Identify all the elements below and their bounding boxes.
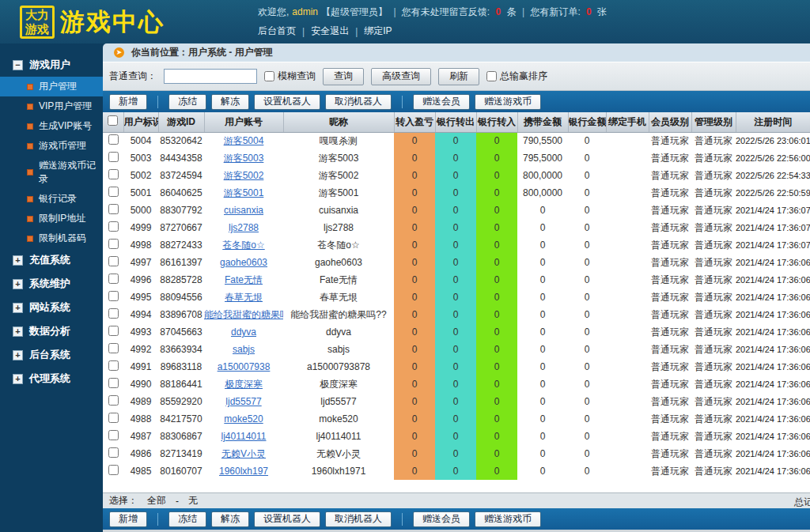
user-account-link[interactable]: lj40114011 bbox=[221, 431, 267, 442]
sidebar-section[interactable]: +代理系统 bbox=[0, 367, 103, 391]
plus-icon[interactable]: + bbox=[13, 326, 23, 337]
row-checkbox[interactable] bbox=[108, 256, 119, 266]
row-checkbox[interactable] bbox=[108, 134, 119, 145]
sidebar-section[interactable]: +数据分析 bbox=[0, 319, 103, 343]
user-account-link[interactable]: 游客5003 bbox=[224, 153, 264, 164]
select-none-link[interactable]: 无 bbox=[188, 494, 198, 507]
table-row: 499088186441极度深寒极度深寒00000普通玩家普通玩家2021/4/… bbox=[103, 375, 810, 393]
row-checkbox[interactable] bbox=[108, 447, 119, 458]
query-button[interactable]: 查询 bbox=[323, 68, 364, 85]
fuzzy-checkbox[interactable] bbox=[264, 71, 274, 81]
sidebar-item[interactable]: 用户管理 bbox=[0, 77, 103, 96]
sidebar-item[interactable]: 限制机器码 bbox=[0, 228, 103, 248]
user-account-link[interactable]: a150007938 bbox=[218, 361, 271, 372]
logo-icon: 大力 游戏 bbox=[20, 6, 55, 39]
row-checkbox[interactable] bbox=[108, 204, 119, 214]
user-account-link[interactable]: sabjs bbox=[233, 344, 255, 355]
plus-icon[interactable]: + bbox=[13, 255, 23, 266]
row-checkbox[interactable] bbox=[108, 221, 119, 232]
user-account-link[interactable]: gaohe0603 bbox=[220, 257, 267, 268]
row-checkbox[interactable] bbox=[108, 465, 119, 475]
user-account-link[interactable]: cuisanxia bbox=[224, 205, 263, 216]
sidebar-section[interactable]: +系统维护 bbox=[0, 272, 103, 296]
sidebar-item[interactable]: 银行记录 bbox=[0, 189, 103, 209]
user-account-link[interactable]: ddyva bbox=[231, 326, 256, 338]
row-checkbox[interactable] bbox=[108, 430, 119, 440]
search-input[interactable] bbox=[164, 69, 257, 84]
plus-icon[interactable]: + bbox=[13, 350, 23, 360]
row-checkbox[interactable] bbox=[108, 378, 119, 388]
sidebar-section[interactable]: +网站系统 bbox=[0, 296, 103, 319]
toolbar-button[interactable]: 赠送会员 bbox=[413, 94, 470, 110]
row-checkbox[interactable] bbox=[108, 152, 119, 162]
row-checkbox-cell bbox=[103, 219, 123, 236]
row-checkbox[interactable] bbox=[108, 187, 119, 197]
row-checkbox-cell bbox=[103, 323, 123, 341]
toolbar-button[interactable]: 设置机器人 bbox=[254, 511, 320, 527]
sidebar-item[interactable]: 生成VIP账号 bbox=[0, 116, 103, 136]
row-checkbox[interactable] bbox=[108, 274, 119, 284]
cell-game-id: 89683118 bbox=[158, 358, 204, 375]
logo-line1: 大力 bbox=[25, 8, 49, 21]
user-account-link[interactable]: 游客5002 bbox=[224, 170, 264, 181]
row-checkbox[interactable] bbox=[108, 169, 119, 179]
cell-account: ljs2788 bbox=[204, 219, 283, 236]
select-all-link[interactable]: 全部 bbox=[147, 494, 166, 507]
toolbar-button[interactable]: 取消机器人 bbox=[325, 511, 392, 527]
toolbar-button[interactable]: 新增 bbox=[109, 511, 147, 527]
cell-bank-in: 0 bbox=[476, 289, 517, 306]
row-checkbox[interactable] bbox=[108, 308, 119, 319]
sidebar-section[interactable]: +充值系统 bbox=[0, 248, 103, 272]
cell-game-id: 83896708 bbox=[158, 306, 204, 323]
user-account-link[interactable]: 极度深寒 bbox=[225, 379, 263, 390]
cell-carry-amount: 0 bbox=[517, 271, 568, 289]
row-checkbox[interactable] bbox=[108, 343, 119, 353]
user-account-link[interactable]: ljd55577 bbox=[225, 396, 261, 407]
top-nav-link[interactable]: 后台首页 bbox=[258, 25, 296, 38]
sidebar-item[interactable]: 赠送游戏币记录 bbox=[0, 156, 103, 189]
user-account-link[interactable]: 无赖V小灵 bbox=[221, 448, 266, 459]
row-checkbox[interactable] bbox=[108, 239, 119, 249]
toolbar-button[interactable]: 新增 bbox=[109, 94, 147, 110]
toolbar-button[interactable]: 冻结 bbox=[168, 511, 206, 527]
toolbar-button[interactable]: 赠送会员 bbox=[413, 511, 470, 527]
sidebar-item[interactable]: 游戏币管理 bbox=[0, 136, 103, 156]
user-account-link[interactable]: 苍冬随o☆ bbox=[222, 240, 264, 251]
user-account-link[interactable]: 游客5004 bbox=[224, 135, 264, 146]
toolbar-button[interactable]: 赠送游戏币 bbox=[475, 94, 541, 110]
user-account-link[interactable]: Fate无情 bbox=[225, 274, 263, 285]
row-checkbox[interactable] bbox=[108, 360, 119, 371]
plus-icon[interactable]: + bbox=[13, 303, 23, 313]
row-checkbox[interactable] bbox=[108, 395, 119, 406]
user-account-link[interactable]: 春草无垠 bbox=[225, 292, 263, 303]
select-all-checkbox[interactable] bbox=[108, 115, 118, 126]
toolbar-button[interactable]: 取消机器人 bbox=[325, 94, 392, 110]
advanced-query-button[interactable]: 高级查询 bbox=[371, 68, 431, 85]
top-nav-link[interactable]: 绑定IP bbox=[364, 25, 392, 38]
row-checkbox[interactable] bbox=[108, 413, 119, 423]
user-account-link[interactable]: 1960lxh197 bbox=[219, 466, 268, 477]
user-account-link[interactable]: ljs2788 bbox=[229, 222, 259, 233]
sidebar-section[interactable]: +后台系统 bbox=[0, 343, 103, 367]
sidebar-item[interactable]: 限制IP地址 bbox=[0, 209, 103, 228]
sort-checkbox[interactable] bbox=[486, 71, 497, 81]
user-account-link[interactable]: 能给我甜蜜的糖果吗? bbox=[204, 309, 283, 320]
cell-transfer-profit: 0 bbox=[394, 375, 435, 393]
minus-icon[interactable]: − bbox=[13, 60, 23, 70]
toolbar-button[interactable]: 解冻 bbox=[211, 511, 249, 527]
top-nav-link[interactable]: 安全退出 bbox=[311, 25, 349, 38]
sidebar-item[interactable]: VIP用户管理 bbox=[0, 96, 103, 116]
refresh-button[interactable]: 刷新 bbox=[438, 68, 479, 85]
plus-icon[interactable]: + bbox=[13, 374, 23, 384]
toolbar-button[interactable]: 冻结 bbox=[168, 94, 206, 110]
user-account-link[interactable]: 游客5001 bbox=[224, 187, 264, 198]
row-checkbox[interactable] bbox=[108, 291, 119, 301]
row-checkbox[interactable] bbox=[108, 326, 119, 336]
toolbar-button[interactable]: 赠送游戏币 bbox=[475, 511, 541, 527]
sidebar-section[interactable]: −游戏用户 bbox=[0, 53, 103, 77]
toolbar-button[interactable]: 设置机器人 bbox=[254, 94, 320, 110]
user-account-link[interactable]: moke520 bbox=[224, 413, 263, 424]
plus-icon[interactable]: + bbox=[13, 279, 23, 289]
cell-account: 1960lxh197 bbox=[204, 462, 283, 480]
toolbar-button[interactable]: 解冻 bbox=[211, 94, 249, 110]
